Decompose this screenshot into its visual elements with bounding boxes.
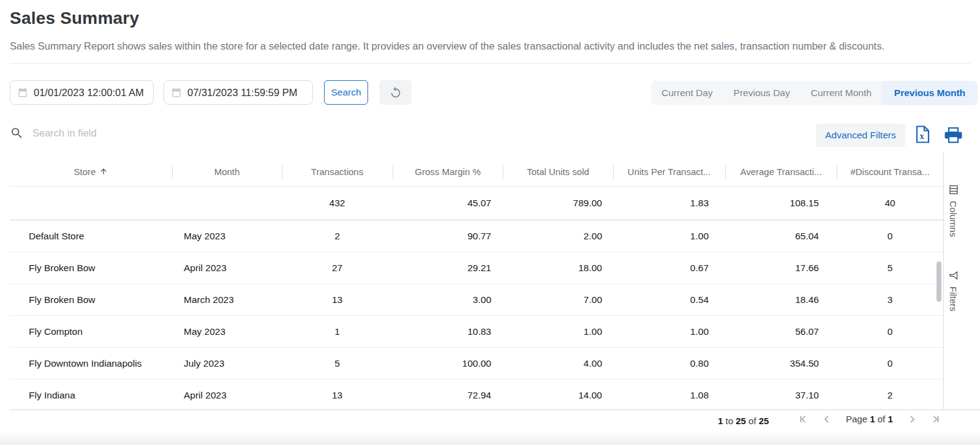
quick-filter-current-day[interactable]: Current Day: [651, 81, 723, 105]
table-cell: 27: [282, 263, 393, 274]
filter-funnel-icon: [949, 271, 959, 280]
page-subtitle: Sales Summary Report shows sales within …: [10, 40, 965, 52]
table-cell: 1.00: [613, 231, 725, 242]
column-separator: [393, 165, 393, 179]
column-header-gross-margin[interactable]: Gross Margin %: [393, 166, 503, 177]
table-row[interactable]: Fly Broken BowApril 20232729.2118.000.67…: [10, 252, 943, 284]
table-cell: May 2023: [172, 231, 282, 242]
column-header-transactions[interactable]: Transactions: [282, 166, 393, 177]
quick-filter-current-month[interactable]: Current Month: [801, 81, 882, 105]
last-page-button[interactable]: [931, 415, 940, 424]
range-word: of: [748, 416, 756, 426]
pagination: Page 1 of 1: [799, 414, 940, 424]
column-header-label: Month: [214, 166, 240, 177]
columns-icon: [949, 185, 959, 195]
table-row[interactable]: Fly Downtown IndianapolisJuly 20235100.0…: [10, 348, 943, 380]
column-header-month[interactable]: Month: [172, 166, 282, 177]
advanced-filters-button[interactable]: Advanced Filters: [816, 124, 905, 147]
columns-panel-tab[interactable]: Columns: [947, 185, 960, 237]
reset-icon: [389, 86, 402, 99]
date-to-input[interactable]: 07/31/2023 11:59:59 PM: [164, 80, 313, 105]
table-row[interactable]: Fly Broken BowMarch 2023133.007.000.5418…: [10, 284, 943, 316]
table-cell: 5: [837, 263, 943, 274]
sort-ascending-icon: [99, 167, 108, 176]
table-cell: 1.00: [613, 326, 725, 337]
table-cell: Default Store: [10, 231, 172, 242]
columns-tab-label: Columns: [949, 201, 959, 237]
range-from: 1: [718, 416, 723, 426]
field-search-input[interactable]: [31, 127, 291, 140]
table-cell: 3: [837, 294, 943, 305]
side-panel-border: [943, 152, 944, 409]
row-range-text: 1 to 25 of 25: [718, 416, 769, 426]
table-cell: 10.83: [393, 326, 503, 337]
previous-page-button[interactable]: [823, 415, 831, 424]
table-cell: 13: [282, 390, 393, 401]
table-cell: 14.00: [503, 390, 613, 401]
table-cell: Fly Indiana: [10, 390, 172, 401]
footer-divider: [10, 409, 980, 410]
table-cell: 29.21: [393, 263, 503, 274]
search-button[interactable]: Search: [324, 80, 368, 105]
first-page-button[interactable]: [799, 415, 808, 424]
table-cell: 354.50: [725, 358, 837, 369]
column-header-total-units[interactable]: Total Units sold: [503, 166, 613, 177]
filters-tab-label: Filters: [949, 286, 959, 312]
table-cell: Fly Broken Bow: [10, 263, 172, 274]
next-page-button[interactable]: [908, 415, 916, 424]
column-header-label: #Discount Transa...: [850, 166, 929, 177]
column-header-label: Store: [74, 166, 96, 177]
column-header-average-transaction[interactable]: Average Transacti...: [725, 166, 837, 177]
column-separator: [837, 165, 837, 179]
table-cell: July 2023: [172, 358, 282, 369]
table-cell: Fly Compton: [10, 326, 172, 337]
table-cell: 7.00: [503, 294, 613, 305]
page-title: Sales Summary: [10, 9, 139, 28]
range-to: 25: [736, 416, 746, 426]
table-cell: 1.08: [613, 390, 725, 401]
table-cell: 17.66: [725, 263, 837, 274]
table-header-row: Store Month Transactions Gross Margin % …: [10, 157, 943, 187]
table-cell: Fly Downtown Indianapolis: [10, 358, 172, 369]
column-separator: [172, 165, 173, 179]
page-indicator: Page 1 of 1: [846, 414, 893, 424]
date-to-value: 07/31/2023 11:59:59 PM: [187, 87, 298, 99]
table-cell: 100.00: [393, 358, 503, 369]
column-header-units-per-transaction[interactable]: Units Per Transact...: [613, 166, 725, 177]
table-cell: 18.46: [725, 294, 837, 305]
table-cell: April 2023: [172, 390, 282, 401]
page-word: Page: [846, 414, 867, 424]
quick-filter-previous-month[interactable]: Previous Month: [882, 81, 978, 105]
table-cell: 37.10: [725, 390, 837, 401]
vertical-scrollbar-thumb[interactable]: [937, 261, 941, 302]
table-body: Default StoreMay 2023290.772.001.0065.04…: [10, 220, 943, 409]
summary-row: 432 45.07 789.00 1.83 108.15 40: [10, 187, 943, 220]
table-cell: May 2023: [172, 326, 282, 337]
table-cell: March 2023: [172, 294, 282, 305]
column-header-store[interactable]: Store: [10, 166, 172, 177]
table-row[interactable]: Fly ComptonMay 2023110.831.001.0056.070: [10, 316, 943, 348]
column-header-label: Transactions: [311, 166, 363, 177]
quick-filter-previous-day[interactable]: Previous Day: [723, 81, 801, 105]
table-row[interactable]: Fly IndianaApril 20231372.9414.001.0837.…: [10, 380, 943, 409]
reset-button[interactable]: [379, 80, 412, 105]
table-cell: 0: [837, 358, 943, 369]
print-button[interactable]: [944, 127, 963, 143]
export-excel-button[interactable]: x: [915, 125, 930, 143]
column-header-discount-transactions[interactable]: #Discount Transa...: [837, 166, 943, 177]
page-of-word: of: [878, 414, 886, 424]
table-cell: 4.00: [503, 358, 613, 369]
excel-file-icon: x: [915, 125, 930, 143]
date-from-input[interactable]: 01/01/2023 12:00:01 AM: [10, 80, 154, 105]
summary-cell: 108.15: [725, 198, 837, 209]
svg-text:x: x: [920, 132, 924, 141]
column-header-label: Average Transacti...: [740, 166, 821, 177]
column-separator: [503, 165, 503, 179]
page-total: 1: [888, 414, 892, 424]
date-from-value: 01/01/2023 12:00:01 AM: [34, 87, 144, 99]
filters-panel-tab[interactable]: Filters: [947, 271, 960, 312]
table-cell: 0.67: [613, 263, 725, 274]
table-row[interactable]: Default StoreMay 2023290.772.001.0065.04…: [10, 220, 943, 252]
quick-filter-bar: Current Day Previous Day Current Month P…: [651, 81, 978, 105]
column-separator: [282, 165, 282, 179]
